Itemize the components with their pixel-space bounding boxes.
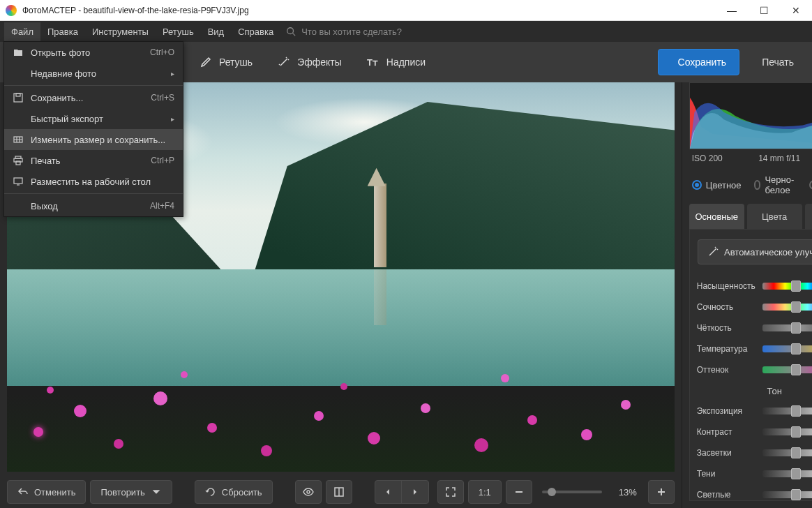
- zoom-out[interactable]: [506, 480, 532, 504]
- slider-track[interactable]: [762, 304, 812, 311]
- svg-point-0: [287, 28, 294, 34]
- menu-print[interactable]: Печать Ctrl+P: [4, 150, 183, 171]
- slider-thumb[interactable]: [791, 301, 801, 313]
- tab-text[interactable]: Tᴛ Надписи: [354, 48, 438, 76]
- eye-icon: [303, 486, 314, 498]
- slider-row: Контраст0: [697, 421, 812, 442]
- slider-label: Тени: [697, 469, 757, 479]
- menu-set-wallpaper[interactable]: Разместить на рабочий стол: [4, 171, 183, 192]
- next-image[interactable]: [402, 481, 428, 503]
- ptab-sharp[interactable]: Резкость: [805, 204, 812, 229]
- nav-group: [375, 480, 429, 504]
- radio-dot: [809, 180, 812, 190]
- split-view[interactable]: [326, 480, 352, 504]
- window-minimize[interactable]: —: [716, 0, 748, 21]
- slider-track[interactable]: [762, 428, 812, 435]
- slider-thumb[interactable]: [791, 343, 801, 354]
- menubar: Файл Правка Инструменты Ретушь Вид Справ…: [0, 21, 812, 42]
- tab-effects-label: Эффекты: [297, 57, 342, 68]
- menu-exit[interactable]: Выход Alt+F4: [4, 195, 183, 216]
- save-button[interactable]: Сохранить: [658, 49, 740, 75]
- menu-view[interactable]: Вид: [201, 22, 232, 41]
- slider-track[interactable]: [762, 449, 812, 456]
- menu-save[interactable]: Сохранить... Ctrl+S: [4, 87, 183, 108]
- ptab-colors[interactable]: Цвета: [747, 204, 802, 229]
- slider-thumb[interactable]: [791, 364, 801, 375]
- search-placeholder[interactable]: Что вы хотите сделать?: [301, 27, 402, 37]
- menu-retouch[interactable]: Ретушь: [156, 22, 201, 41]
- actual-size[interactable]: 1:1: [468, 480, 502, 504]
- slider-thumb[interactable]: [791, 468, 801, 479]
- compare-toggle[interactable]: [295, 480, 322, 504]
- menu-quick-export[interactable]: Быстрый экспорт ▸: [4, 108, 183, 129]
- svg-line-1: [293, 33, 296, 36]
- fit-icon: [445, 486, 456, 498]
- window-close[interactable]: ✕: [780, 0, 812, 21]
- menu-resize-save[interactable]: Изменить размер и сохранить...: [4, 129, 183, 150]
- menu-edit[interactable]: Правка: [40, 22, 85, 41]
- zoom-slider[interactable]: [542, 491, 602, 493]
- meta-lens: 14 mm f/11: [758, 154, 800, 163]
- redo-button[interactable]: Повторить: [90, 480, 172, 504]
- slider-track[interactable]: [762, 366, 812, 373]
- menu-help[interactable]: Справка: [231, 22, 280, 41]
- slider-track[interactable]: [762, 283, 812, 290]
- window-maximize[interactable]: ☐: [748, 0, 780, 21]
- slider-thumb[interactable]: [791, 322, 801, 334]
- slider-track[interactable]: [762, 324, 812, 331]
- tab-retouch-label: Ретушь: [219, 57, 253, 68]
- slider-row: Насыщенность0: [697, 276, 812, 297]
- zoom-in[interactable]: [648, 480, 675, 504]
- svg-point-16: [307, 491, 310, 493]
- tab-effects[interactable]: Эффекты: [265, 48, 354, 76]
- menu-file[interactable]: Файл: [4, 22, 40, 41]
- ptab-basic[interactable]: Основные: [689, 204, 744, 229]
- mode-bw[interactable]: Черно-белое: [754, 174, 797, 195]
- wand-icon: [278, 56, 290, 68]
- slider-label: Сочность: [697, 302, 757, 312]
- slider-thumb[interactable]: [791, 447, 801, 458]
- slider-row: Засветки0: [697, 442, 812, 463]
- mode-color[interactable]: Цветное: [692, 180, 742, 190]
- search-icon: [286, 27, 296, 36]
- window-title: ФотоМАСТЕР - beautiful-view-of-the-lake-…: [22, 6, 716, 15]
- menu-tools[interactable]: Инструменты: [85, 22, 156, 41]
- brush-icon: [200, 56, 212, 68]
- slider-thumb[interactable]: [548, 488, 556, 496]
- save-button-label: Сохранить: [678, 57, 727, 68]
- chevron-right-icon: ▸: [171, 70, 174, 77]
- prev-image[interactable]: [375, 481, 402, 503]
- tab-retouch[interactable]: Ретушь: [187, 48, 265, 76]
- slider-row: Экспозиция0: [697, 401, 812, 421]
- undo-button[interactable]: Отменить: [7, 480, 86, 504]
- slider-thumb[interactable]: [791, 405, 801, 417]
- meta-iso: ISO 200: [692, 154, 723, 163]
- slider-thumb[interactable]: [791, 281, 801, 292]
- mode-negative[interactable]: Негатив: [809, 180, 812, 190]
- svg-text:Tᴛ: Tᴛ: [367, 57, 378, 68]
- auto-enhance-button[interactable]: Автоматическое улучшение: [698, 239, 812, 264]
- slider-track[interactable]: [762, 491, 812, 498]
- bottom-toolbar: Отменить Повторить Сбросить 1:1: [0, 476, 682, 508]
- slider-label: Засветки: [697, 448, 757, 458]
- slider-track[interactable]: [762, 408, 812, 414]
- undo-icon: [17, 486, 29, 498]
- slider-label: Чёткость: [697, 323, 757, 333]
- menu-recent[interactable]: Недавние фото ▸: [4, 63, 183, 84]
- menu-open-photo[interactable]: Открыть фото Ctrl+O: [4, 42, 183, 63]
- titlebar: ФотоМАСТЕР - beautiful-view-of-the-lake-…: [0, 0, 812, 21]
- chevron-left-icon: [384, 488, 392, 496]
- histogram-graphic: [690, 83, 812, 149]
- slider-thumb[interactable]: [791, 489, 801, 500]
- desktop-icon: [13, 176, 24, 187]
- histogram[interactable]: [689, 82, 812, 149]
- fit-screen[interactable]: [437, 480, 464, 504]
- print-button[interactable]: Печать: [744, 49, 805, 75]
- reset-button[interactable]: Сбросить: [195, 480, 273, 504]
- slider-thumb[interactable]: [791, 426, 801, 438]
- section-tone: Тон: [697, 386, 812, 396]
- slider-track[interactable]: [762, 345, 812, 352]
- slider-track[interactable]: [762, 470, 812, 477]
- slider-label: Оттенок: [697, 365, 757, 375]
- chevron-down-icon: [151, 486, 162, 498]
